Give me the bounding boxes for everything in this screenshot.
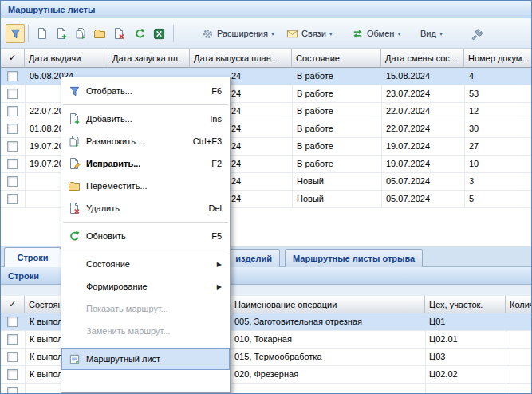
wrench-icon — [471, 28, 483, 40]
section-title: Строки — [8, 271, 39, 281]
refresh-button[interactable] — [130, 24, 149, 43]
menu-item-edit[interactable]: Исправить... F2 — [61, 152, 230, 175]
row-checkbox[interactable] — [7, 369, 18, 380]
toolbar-separator — [173, 25, 174, 42]
chevron-down-icon: ▾ — [439, 30, 443, 37]
menu-item-route-sheet[interactable]: Маршрутный лист — [61, 348, 230, 370]
menu-separator — [63, 345, 228, 345]
extensions-menu-button[interactable]: Расширения ▾ — [197, 24, 279, 43]
cell-release-plan: 24 — [231, 89, 241, 98]
column-header-release-date[interactable]: Дата выпуска план.. — [190, 49, 292, 68]
move-button[interactable] — [90, 24, 109, 43]
check-icon: ✓ — [9, 299, 16, 309]
refresh-icon — [65, 230, 83, 242]
filter-button[interactable] — [6, 24, 25, 43]
duplicate-document-button[interactable] — [71, 24, 90, 43]
menu-item-state-submenu[interactable]: Состояние ▶ — [61, 253, 230, 275]
cell-state-change-date: 05.07.2024 — [386, 176, 430, 186]
row-checkbox[interactable] — [7, 352, 18, 362]
delete-document-button[interactable] — [109, 24, 128, 43]
menu-item-delete[interactable]: Удалить Del — [61, 197, 230, 219]
main-toolbar: Расширения ▾ Связи ▾ Обмен ▾ Вид ▾ — [1, 18, 531, 49]
cell-operation: 015, Термообработка — [234, 352, 322, 361]
tab-stroki[interactable]: Строки — [4, 247, 61, 267]
gear-icon — [202, 28, 214, 40]
column-header-department[interactable]: Цех, участок. — [425, 296, 506, 313]
row-checkbox[interactable] — [7, 159, 18, 169]
delete-document-icon — [112, 27, 125, 40]
duplicate-document-icon — [65, 135, 83, 148]
column-header-issue-date[interactable]: Дата выдачи — [25, 49, 108, 68]
excel-export-button[interactable] — [149, 24, 168, 43]
settings-wrench-button[interactable] — [467, 24, 486, 43]
cell-state-change-date: 19.07.2024 — [386, 141, 430, 151]
cell-number: 10 — [469, 159, 479, 168]
cell-state-change-date: 19.07.2024 — [386, 159, 430, 168]
menu-item-filter[interactable]: Отобрать... F6 — [61, 80, 230, 102]
row-checkbox[interactable] — [7, 106, 18, 116]
menu-item-refresh[interactable]: Обновить F5 — [61, 225, 230, 247]
row-checkbox[interactable] — [7, 317, 18, 327]
cell-operation: 005, Заготовительная отрезная — [234, 317, 362, 326]
column-header-operation[interactable]: Наименование операции — [231, 296, 425, 313]
duplicate-document-icon — [74, 27, 87, 40]
row-checkbox[interactable] — [7, 141, 18, 152]
add-document-button[interactable] — [52, 24, 71, 43]
column-header-quantity[interactable]: Колич... — [506, 296, 531, 313]
filter-icon — [65, 85, 83, 97]
chevron-down-icon: ▾ — [397, 30, 400, 37]
cell-operation: 010, Токарная — [234, 334, 292, 344]
menu-item-formation-submenu[interactable]: Формирование ▶ — [61, 275, 230, 297]
window-title: Маршрутные листы — [8, 5, 95, 14]
cell-release-plan: 24 — [231, 71, 241, 81]
menu-item-show-route: Показать маршрут... — [61, 297, 230, 320]
refresh-icon — [134, 28, 146, 40]
context-menu: Отобрать... F6 Добавить... Ins Размножит… — [61, 77, 231, 393]
links-menu-button[interactable]: Связи ▾ — [282, 24, 337, 43]
row-checkbox[interactable] — [7, 124, 18, 134]
cell-number: 27 — [469, 141, 479, 151]
cell-number: 4 — [469, 71, 474, 81]
edit-document-icon — [65, 157, 83, 170]
cell-state: В работе — [297, 124, 333, 133]
exchange-menu-button[interactable]: Обмен ▾ — [347, 24, 405, 43]
row-checkbox[interactable] — [7, 176, 18, 187]
column-header-number[interactable]: Номер докум... — [464, 49, 531, 68]
cell-number: 30 — [469, 124, 479, 133]
cell-release-plan: 24 — [231, 159, 241, 168]
mail-icon — [286, 28, 298, 40]
cell-department: Ц01 — [429, 317, 445, 326]
tab-routesheets-otryva[interactable]: Маршрутные листы отрыва — [285, 249, 423, 267]
folder-icon — [93, 27, 106, 40]
row-checkbox[interactable] — [7, 387, 18, 394]
cell-state: В работе — [297, 71, 333, 81]
delete-document-icon — [65, 202, 83, 215]
row-checkbox[interactable] — [7, 89, 18, 99]
cell-number: 12 — [469, 106, 479, 116]
new-document-icon — [36, 27, 49, 40]
route-sheet-icon — [65, 353, 83, 365]
toolbar-separator — [28, 25, 29, 42]
row-checkbox[interactable] — [7, 194, 18, 204]
exchange-menu-label: Обмен — [367, 29, 394, 38]
filter-icon — [10, 28, 22, 40]
view-menu-label: Вид — [420, 29, 436, 38]
check-icon: ✓ — [9, 53, 16, 63]
menu-item-move[interactable]: Переместить... — [61, 175, 230, 197]
excel-export-icon — [153, 28, 165, 40]
column-header-launch-date[interactable]: Дата запуска пл. — [108, 49, 190, 68]
menu-item-add[interactable]: Добавить... Ins — [61, 108, 230, 130]
cell-state-change-date: 22.07.2024 — [386, 106, 430, 116]
cell-number: 3 — [469, 176, 474, 186]
routesheets-window: Маршрутные листы Расширен — [0, 0, 532, 394]
add-document-icon — [65, 112, 83, 125]
row-checkbox[interactable] — [7, 71, 18, 81]
column-header-state[interactable]: Состояние — [292, 49, 381, 68]
row-checkbox[interactable] — [7, 334, 18, 345]
menu-item-duplicate[interactable]: Размножить... Ctrl+F3 — [61, 130, 230, 152]
column-header-state-change-date[interactable]: Дата смены сос... — [381, 49, 464, 68]
view-menu-button[interactable]: Вид ▾ — [416, 24, 447, 43]
column-header-check[interactable]: ✓ — [1, 296, 25, 313]
column-header-check[interactable]: ✓ — [1, 49, 25, 68]
new-document-button[interactable] — [33, 24, 52, 43]
